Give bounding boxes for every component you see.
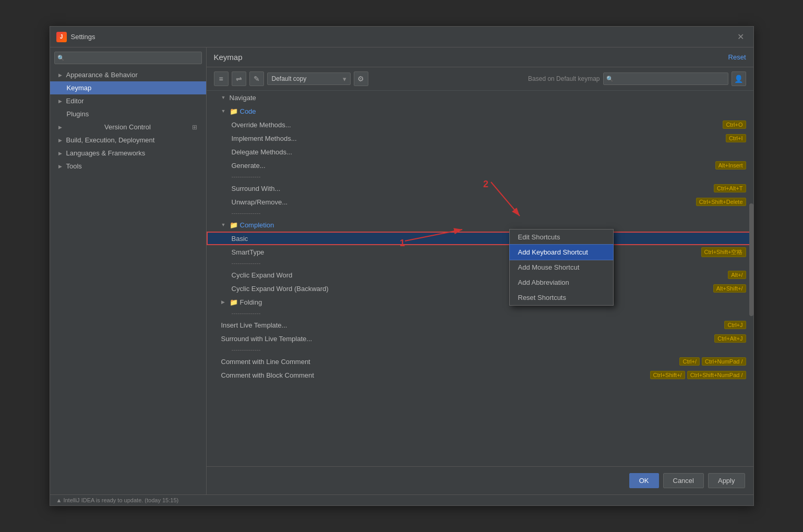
line-comment-label: Comment with Line Comment xyxy=(221,358,310,366)
separator-2: -------------- xyxy=(207,209,753,218)
tree-row-delegate[interactable]: Delegate Methods... xyxy=(207,145,753,159)
context-menu-edit-shortcuts[interactable]: Edit Shortcuts xyxy=(510,229,613,245)
folding-folder-icon: 📁 xyxy=(230,298,238,306)
tree-row-code[interactable]: ▼ 📁 Code xyxy=(207,104,753,118)
tree-row-completion[interactable]: ▼ 📁 Completion xyxy=(207,218,753,232)
tree-area[interactable]: ▼ Navigate ▼ 📁 Code Override Methods... xyxy=(207,91,753,466)
context-menu-add-keyboard[interactable]: Add Keyboard Shortcut xyxy=(510,245,613,260)
sidebar-search-container: 🔍 xyxy=(54,52,202,64)
smarttype-label: SmartType xyxy=(232,248,265,256)
delegate-label: Delegate Methods... xyxy=(232,148,292,156)
main-title: Keymap xyxy=(214,53,243,62)
main-header: Keymap Reset xyxy=(207,47,753,67)
sidebar-item-plugins[interactable]: Plugins xyxy=(50,107,206,120)
search-box-container: 🔍 xyxy=(603,72,728,85)
context-menu-add-mouse[interactable]: Add Mouse Shortcut xyxy=(510,260,613,275)
tree-row-folding[interactable]: ▶ 📁 Folding xyxy=(207,295,753,309)
keymap-select-wrapper: Default copy xyxy=(267,72,351,85)
reset-link[interactable]: Reset xyxy=(728,53,746,61)
status-bar: ▲ IntelliJ IDEA is ready to update. (tod… xyxy=(50,494,753,505)
sidebar-item-keymap[interactable]: Keymap xyxy=(50,81,206,94)
tree-row-navigate[interactable]: ▼ Navigate xyxy=(207,91,753,104)
sidebar-item-vcs[interactable]: Version Control ⊞ xyxy=(50,120,206,134)
tree-row-implement[interactable]: Implement Methods... Ctrl+I xyxy=(207,131,753,145)
context-menu-reset-shortcuts[interactable]: Reset Shortcuts xyxy=(510,290,613,305)
override-shortcut: Ctrl+O xyxy=(723,120,746,129)
sidebar-search-input[interactable] xyxy=(54,52,202,64)
tree-row-cyclic[interactable]: Cyclic Expand Word Alt+/ xyxy=(207,268,753,282)
tree-row-override[interactable]: Override Methods... Ctrl+O xyxy=(207,118,753,131)
tree-row-block-comment[interactable]: Comment with Block Comment Ctrl+Shift+/ … xyxy=(207,368,753,382)
tree-row-unwrap[interactable]: Unwrap/Remove... Ctrl+Shift+Delete xyxy=(207,195,753,209)
unwrap-label: Unwrap/Remove... xyxy=(232,198,288,206)
context-menu-add-abbreviation[interactable]: Add Abbreviation xyxy=(510,275,613,290)
keymap-search-input[interactable] xyxy=(603,72,728,85)
tree-row-line-comment[interactable]: Comment with Line Comment Ctrl+/ Ctrl+Nu… xyxy=(207,355,753,368)
sidebar: 🔍 Appearance & Behavior Keymap Editor Pl… xyxy=(50,47,207,494)
tree-row-generate[interactable]: Generate... Alt+Insert xyxy=(207,159,753,172)
keymap-select[interactable]: Default copy xyxy=(267,72,351,85)
surround-label: Surround With... xyxy=(232,185,281,192)
dialog-title-label: Settings xyxy=(71,33,95,41)
scrollbar-thumb[interactable] xyxy=(749,203,753,316)
tree-row-surround-live[interactable]: Surround with Live Template... Ctrl+Alt+… xyxy=(207,332,753,345)
insert-live-shortcut: Ctrl+J xyxy=(724,321,746,329)
tree-row-basic[interactable]: Basic xyxy=(207,232,753,245)
align-center-button[interactable]: ⇌ xyxy=(232,71,246,86)
cyclic-backward-shortcut: Alt+Shift+/ xyxy=(713,284,746,293)
line-comment-shortcut2: Ctrl+NumPad / xyxy=(702,357,746,366)
separator-1: -------------- xyxy=(207,172,753,182)
navigate-label: Navigate xyxy=(230,94,256,102)
context-menu: Edit Shortcuts Add Keyboard Shortcut Add… xyxy=(509,229,614,306)
separator-5: -------------- xyxy=(207,345,753,355)
vcs-icon: ⊞ xyxy=(192,124,197,131)
sidebar-item-appearance[interactable]: Appearance & Behavior xyxy=(50,68,206,81)
tree-row-smarttype[interactable]: SmartType Ctrl+Shift+空格 xyxy=(207,245,753,259)
surround-live-label: Surround with Live Template... xyxy=(221,335,313,343)
app-icon: J xyxy=(56,32,67,42)
implement-label: Implement Methods... xyxy=(232,135,297,142)
line-comment-shortcut1: Ctrl+/ xyxy=(679,357,700,366)
expand-folding: ▶ xyxy=(221,299,227,305)
block-comment-label: Comment with Block Comment xyxy=(221,371,314,379)
smarttype-shortcut: Ctrl+Shift+空格 xyxy=(701,247,746,257)
tree-row-surround[interactable]: Surround With... Ctrl+Alt+T xyxy=(207,182,753,195)
surround-live-shortcut: Ctrl+Alt+J xyxy=(714,334,746,343)
keymap-search-icon: 🔍 xyxy=(606,76,614,82)
code-folder-icon: 📁 xyxy=(230,107,238,115)
code-label: Code xyxy=(240,107,256,115)
sidebar-search-icon: 🔍 xyxy=(57,55,65,62)
separator-3: -------------- xyxy=(207,259,753,268)
apply-button[interactable]: Apply xyxy=(708,473,745,488)
expand-navigate: ▼ xyxy=(221,95,227,100)
toolbar-row: ≡ ⇌ ✎ Default copy ⚙ Based on Default ke… xyxy=(207,67,753,91)
edit-button[interactable]: ✎ xyxy=(249,71,264,86)
sidebar-item-editor[interactable]: Editor xyxy=(50,94,206,107)
sidebar-item-languages[interactable]: Languages & Frameworks xyxy=(50,147,206,160)
gear-button[interactable]: ⚙ xyxy=(354,71,368,86)
scrollbar-track xyxy=(749,91,753,466)
align-left-button[interactable]: ≡ xyxy=(214,71,229,86)
close-button[interactable]: ✕ xyxy=(734,31,747,43)
surround-shortcut: Ctrl+Alt+T xyxy=(714,184,746,192)
cyclic-label: Cyclic Expand Word xyxy=(232,271,293,279)
user-search-button[interactable]: 👤 xyxy=(732,71,746,86)
main-content: Keymap Reset ≡ ⇌ ✎ Default copy ⚙ Based … xyxy=(207,47,753,494)
sidebar-item-build[interactable]: Build, Execution, Deployment xyxy=(50,134,206,147)
unwrap-shortcut: Ctrl+Shift+Delete xyxy=(696,198,746,206)
block-comment-shortcut1: Ctrl+Shift+/ xyxy=(650,371,685,379)
completion-label: Completion xyxy=(240,221,274,229)
block-comment-shortcut2: Ctrl+Shift+NumPad / xyxy=(687,371,746,379)
dialog-title-area: J Settings xyxy=(56,32,95,42)
cancel-button[interactable]: Cancel xyxy=(663,473,704,488)
ok-button[interactable]: OK xyxy=(629,473,659,488)
folding-label: Folding xyxy=(240,298,262,306)
titlebar: J Settings ✕ xyxy=(50,27,753,47)
tree-row-insert-live[interactable]: Insert Live Template... Ctrl+J xyxy=(207,318,753,332)
completion-folder-icon: 📁 xyxy=(230,221,238,229)
generate-label: Generate... xyxy=(232,162,266,170)
cyclic-shortcut: Alt+/ xyxy=(728,271,746,279)
insert-live-label: Insert Live Template... xyxy=(221,321,287,329)
sidebar-item-tools[interactable]: Tools xyxy=(50,160,206,173)
tree-row-cyclic-backward[interactable]: Cyclic Expand Word (Backward) Alt+Shift+… xyxy=(207,282,753,295)
